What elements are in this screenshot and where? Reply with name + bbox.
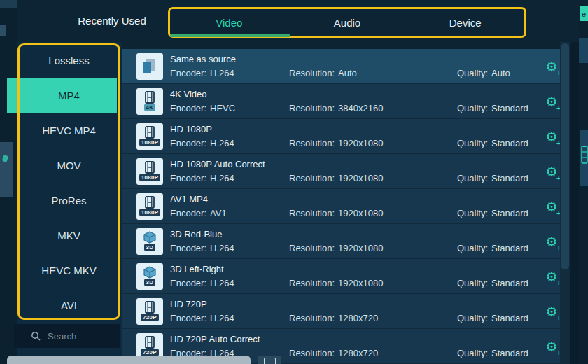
preset-list: Same as source Encoder:H.264 Resolution:… xyxy=(122,42,570,364)
quality-detail: Quality:Standard xyxy=(457,173,528,183)
encoder-value: H.264 xyxy=(210,173,234,183)
encoder-detail: Encoder:H.264 xyxy=(170,173,234,183)
resolution-value: 1280x720 xyxy=(338,313,378,323)
sidebar-item-mp4[interactable]: MP4 xyxy=(18,78,120,113)
preset-row-av1-mp4[interactable]: 1080P AV1 MP4 Encoder:AV1 Resolution:192… xyxy=(122,189,570,224)
resolution-label: Resolution: xyxy=(289,68,335,78)
edge-film-icon xyxy=(581,146,588,164)
encoder-value: HEVC xyxy=(210,103,235,113)
quality-value: Standard xyxy=(491,313,528,323)
resolution-value: 1920x1080 xyxy=(338,173,383,183)
preset-title: 4K Video xyxy=(170,89,207,99)
preset-row-3d-left-right[interactable]: 3D 3D Left-Right Encoder:H.264 Resolutio… xyxy=(122,259,570,294)
background-remnant xyxy=(0,0,18,8)
resolution-label: Resolution: xyxy=(289,348,335,358)
tab-recently-used[interactable]: Recently Used xyxy=(63,0,161,42)
settings-gear-icon[interactable]: ⚙+ xyxy=(543,234,560,251)
resolution-label: Resolution: xyxy=(289,243,335,253)
background-right-edge xyxy=(579,21,588,364)
quality-label: Quality: xyxy=(457,103,488,113)
sidebar-item-hevc-mkv[interactable]: HEVC MKV xyxy=(18,253,120,288)
resolution-value: 1280x720 xyxy=(338,348,378,358)
film-strip-glyph xyxy=(145,91,155,104)
film-1080p-icon: 1080P xyxy=(136,158,163,185)
document-icon xyxy=(258,356,281,364)
resolution-badge: 1080P xyxy=(139,139,161,146)
preset-row-hd-1080p-auto-correct[interactable]: 1080P HD 1080P Auto Correct Encoder:H.26… xyxy=(122,154,570,189)
quality-detail: Quality:Standard xyxy=(457,138,528,148)
resolution-detail: Resolution:1920x1080 xyxy=(289,208,383,218)
encoder-value: H.264 xyxy=(210,313,234,323)
tab-video[interactable]: Video xyxy=(170,9,288,36)
encoder-detail: Encoder:H.264 xyxy=(170,68,234,78)
resolution-badge: 3D xyxy=(144,244,156,251)
film-strip-glyph xyxy=(145,196,155,209)
search-input[interactable] xyxy=(46,330,104,342)
encoder-label: Encoder: xyxy=(170,278,206,288)
sidebar-item-mkv[interactable]: MKV xyxy=(18,218,120,253)
settings-gear-icon[interactable]: ⚙+ xyxy=(543,94,560,111)
resolution-label: Resolution: xyxy=(289,313,335,323)
encoder-value: H.264 xyxy=(210,138,234,148)
encoder-label: Encoder: xyxy=(170,173,206,183)
preset-row-hd-720p[interactable]: 720P HD 720P Encoder:H.264 Resolution:12… xyxy=(122,294,570,329)
quality-value: Standard xyxy=(491,208,528,218)
quality-value: Auto xyxy=(491,68,510,78)
preset-row-3d-red-blue[interactable]: 3D 3D Red-Blue Encoder:H.264 Resolution:… xyxy=(122,224,570,259)
quality-label: Quality: xyxy=(457,278,488,288)
tab-audio[interactable]: Audio xyxy=(288,9,407,36)
resolution-badge: 4K xyxy=(144,104,156,111)
tab-group-highlight-box: Video Audio Device xyxy=(168,7,526,38)
resolution-value: 3840x2160 xyxy=(338,103,383,113)
resolution-detail: Resolution:1920x1080 xyxy=(289,278,383,288)
encoder-detail: Encoder:H.264 xyxy=(170,313,234,323)
resolution-label: Resolution: xyxy=(289,208,335,218)
quality-value: Standard xyxy=(491,278,528,288)
quality-label: Quality: xyxy=(457,68,488,78)
sidebar-item-prores[interactable]: ProRes xyxy=(18,183,120,218)
film-4k-icon: 4K xyxy=(136,88,163,115)
quality-value: Standard xyxy=(491,243,528,253)
quality-label: Quality: xyxy=(457,173,488,183)
quality-label: Quality: xyxy=(457,138,488,148)
preset-row-hd-1080p[interactable]: 1080P HD 1080P Encoder:H.264 Resolution:… xyxy=(122,119,570,154)
cube-glyph xyxy=(143,231,157,244)
preset-row-same-as-source[interactable]: Same as source Encoder:H.264 Resolution:… xyxy=(122,49,570,84)
resolution-label: Resolution: xyxy=(289,138,335,148)
settings-gear-icon[interactable]: ⚙+ xyxy=(543,199,560,216)
quality-value: Standard xyxy=(491,138,528,148)
sidebar-item-lossless[interactable]: Lossless xyxy=(18,43,120,78)
background-bottom-bar xyxy=(7,356,251,364)
settings-gear-icon[interactable]: ⚙+ xyxy=(543,129,560,146)
sidebar-item-hevc-mp4[interactable]: HEVC MP4 xyxy=(18,113,120,148)
resolution-badge: 1080P xyxy=(139,174,161,181)
quality-detail: Quality:Standard xyxy=(457,103,528,113)
quality-detail: Quality:Auto xyxy=(457,68,510,78)
settings-gear-icon[interactable]: ⚙+ xyxy=(543,269,560,286)
encoder-label: Encoder: xyxy=(170,208,206,218)
settings-gear-icon[interactable]: ⚙+ xyxy=(543,59,560,76)
cube-glyph xyxy=(143,266,157,279)
sidebar-item-avi[interactable]: AVI xyxy=(18,288,120,323)
settings-gear-icon[interactable]: ⚙+ xyxy=(543,304,560,321)
preset-title: HD 720P xyxy=(170,299,207,309)
sidebar-item-mov[interactable]: MOV xyxy=(18,148,120,183)
encoder-detail: Encoder:H.264 xyxy=(170,278,234,288)
quality-label: Quality: xyxy=(457,313,488,323)
resolution-detail: Resolution:1920x1080 xyxy=(289,173,383,183)
scrollbar-thumb[interactable] xyxy=(561,43,569,270)
encoder-detail: Encoder:H.264 xyxy=(170,243,234,253)
tab-device[interactable]: Device xyxy=(406,9,524,36)
encoder-label: Encoder: xyxy=(170,243,206,253)
resolution-detail: Resolution:1280x720 xyxy=(289,313,378,323)
cube-3d-icon: 3D xyxy=(136,263,163,290)
quality-value: Standard xyxy=(491,173,528,183)
search-box[interactable] xyxy=(14,324,120,348)
resolution-badge: 1080P xyxy=(139,209,161,216)
background-remnant xyxy=(0,25,6,36)
encoder-value: H.264 xyxy=(210,278,234,288)
settings-gear-icon[interactable]: ⚙+ xyxy=(543,339,560,356)
settings-gear-icon[interactable]: ⚙+ xyxy=(543,164,560,181)
document-glyph xyxy=(264,358,276,364)
preset-row-4k-video[interactable]: 4K 4K Video Encoder:HEVC Resolution:3840… xyxy=(122,84,570,119)
